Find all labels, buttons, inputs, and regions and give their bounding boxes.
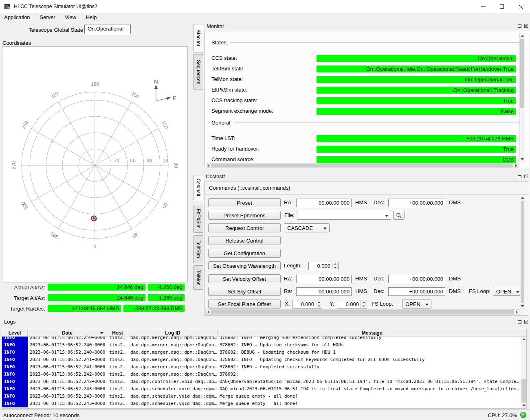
logs-float-button[interactable] xyxy=(517,319,523,325)
sky-ra-input[interactable]: 00:00:00.000 xyxy=(296,287,352,296)
table-row[interactable]: INFO2023-06-01T15:06:52.243+0000tins2…da… xyxy=(2,393,521,400)
sort-icon xyxy=(100,332,103,334)
general-section-heading: General xyxy=(211,120,521,126)
cpu-usage: CPU: 27.0% xyxy=(488,412,517,418)
commands-hscrollbar[interactable] xyxy=(205,309,519,315)
scrollbar-thumb[interactable] xyxy=(521,379,526,402)
monitor-vscrollbar[interactable] xyxy=(519,33,525,162)
column-header-host[interactable]: Host xyxy=(107,329,128,336)
length-stepper[interactable]: 0.000 xyxy=(308,262,339,270)
segment-exchange-label: Segment exchange mode: xyxy=(211,108,273,114)
minimize-icon xyxy=(481,7,486,7)
table-row[interactable]: INFO2023-06-01T15:06:52.241+0000tins2…da… xyxy=(2,363,521,371)
ccsinsif-float-button[interactable] xyxy=(517,173,523,179)
close-button[interactable] xyxy=(511,0,530,13)
close-icon xyxy=(519,4,523,9)
tab-telmon[interactable]: TelMon xyxy=(193,265,203,290)
dock-close-icon xyxy=(524,24,528,28)
set-focal-plane-offset-button[interactable]: Set Focal Plane Offset xyxy=(208,300,281,308)
release-control-button[interactable]: Release Control xyxy=(208,236,281,245)
preset-ephemeris-button[interactable]: Preset Ephemeris xyxy=(208,211,281,220)
scrollbar-thumb[interactable] xyxy=(211,164,513,167)
velocity-ra-input[interactable]: 00:00:00.000 xyxy=(296,275,352,283)
preset-button[interactable]: Preset xyxy=(208,198,281,207)
ccsinsif-dock-title: CcsInsIf xyxy=(206,173,225,179)
svg-text:10: 10 xyxy=(163,158,168,164)
table-row[interactable]: INFO2023-06-01T15:06:52.242+0000tins2…da… xyxy=(2,371,521,378)
commands-panel: Commands (::ccsinsif::commands) Preset R… xyxy=(205,182,529,316)
tab-telifsim[interactable]: TelIfSim xyxy=(193,235,203,263)
file-combobox[interactable] xyxy=(297,211,391,220)
table-row[interactable]: INFO2023-06-01T15:06:52.241+0000tins2…da… xyxy=(2,356,521,363)
ready-handover-label: Ready for handover: xyxy=(211,146,260,152)
table-row[interactable]: INFO2023-06-01T15:06:52.243+0000tins2…da… xyxy=(2,385,521,393)
tab-eltpksim[interactable]: EltPkSim xyxy=(193,205,203,233)
request-control-button[interactable]: Request Control xyxy=(208,223,281,232)
scrollbar-thumb[interactable] xyxy=(521,201,524,303)
column-header-logid[interactable]: Log ID xyxy=(128,329,218,336)
svg-text:180: 180 xyxy=(91,81,99,87)
column-header-date[interactable]: Date xyxy=(28,329,107,336)
tab-monitor[interactable]: Monitor xyxy=(193,24,203,52)
set-observing-wavelength-button[interactable]: Set Observing Wavelength xyxy=(208,261,281,270)
preset-dec-input[interactable]: +00:00:00.000 xyxy=(388,199,445,207)
table-row[interactable]: INFO2023-06-01T15:06:52.240+0000tins2…da… xyxy=(2,337,521,341)
scrollbar-thumb[interactable] xyxy=(211,310,514,314)
logs-vscrollbar[interactable] xyxy=(521,337,526,408)
scrollbar-thumb[interactable] xyxy=(520,39,524,108)
svg-text:50: 50 xyxy=(130,158,136,164)
logs-table-header: Level Date Host Log ID Message xyxy=(2,329,526,337)
app-icon xyxy=(4,3,11,11)
preset-ra-input[interactable]: 00:00:00.000 xyxy=(296,199,352,207)
sky-dec-input[interactable]: +00:00:00.000 xyxy=(388,287,445,296)
menu-help[interactable]: Help xyxy=(82,13,101,22)
scroll-down-icon xyxy=(521,305,524,307)
menu-server[interactable]: Server xyxy=(35,13,59,22)
spin-down-icon xyxy=(318,306,320,307)
commands-vscrollbar[interactable] xyxy=(520,195,525,309)
global-state-field[interactable]: On:Operational xyxy=(84,24,131,34)
logs-close-button[interactable] xyxy=(523,319,529,325)
svg-text:270: 270 xyxy=(11,161,17,169)
focal-fs-loop-combobox[interactable]: OPEN xyxy=(402,300,431,308)
set-velocity-offset-button[interactable]: Set Velocity Offset xyxy=(208,274,281,283)
minimize-button[interactable] xyxy=(474,0,493,13)
cell-message: 378602: INFO - Updating checkum keywords… xyxy=(218,356,519,363)
cell-host: tins2… xyxy=(107,363,128,371)
velocity-dec-input[interactable]: +00:00:00.000 xyxy=(388,275,445,283)
file-browse-button[interactable] xyxy=(393,211,405,220)
set-sky-offset-button[interactable]: Set Sky Offset xyxy=(208,287,281,296)
dock-close-icon xyxy=(524,320,528,324)
table-row[interactable]: INFO2023-06-01T15:06:52.240+0000tins2…da… xyxy=(2,349,521,356)
monitor-dock-title: Monitor xyxy=(207,23,224,29)
spin-up-icon xyxy=(318,302,320,303)
table-row[interactable]: INFO2023-06-01T15:06:52.240+0000tins2…da… xyxy=(2,341,521,349)
y-stepper[interactable]: 0.000 xyxy=(337,300,367,308)
cell-message: 378602: INFO - Completed successfully xyxy=(218,363,519,371)
ccs-tracking-label: CCS tracking state: xyxy=(211,97,257,103)
dock-close-icon xyxy=(524,175,528,178)
maximize-button[interactable] xyxy=(493,0,511,13)
monitor-float-button[interactable] xyxy=(517,23,523,29)
get-configuration-button[interactable]: Get Configuration xyxy=(208,249,281,258)
tab-sequences[interactable]: Sequences xyxy=(193,54,203,90)
cascade-combobox[interactable]: CASCADE xyxy=(284,223,330,232)
cell-level: INFO xyxy=(2,385,28,393)
column-header-level[interactable]: Level xyxy=(2,329,28,336)
column-header-message[interactable]: Message xyxy=(218,329,526,336)
x-stepper[interactable]: 0.000 xyxy=(292,300,322,308)
table-row[interactable]: INFO2023-06-01T15:06:52.243+0000tins2…da… xyxy=(2,400,521,407)
request-control-row: Request Control CASCADE xyxy=(205,223,522,233)
svg-text:90: 90 xyxy=(173,162,179,168)
telifsim-state-value: On::Operational::Idle;On::Operational:Re… xyxy=(317,66,516,72)
ccsinsif-close-button[interactable] xyxy=(523,173,529,179)
tab-ccsinsif[interactable]: CcsInsIf xyxy=(193,175,203,200)
menu-application[interactable]: Application xyxy=(0,13,34,22)
table-row[interactable]: INFO2023-06-01T15:06:52.242+0000tins2…da… xyxy=(2,378,521,385)
cell-log_id: daq.dpm.scheduler.void daq::dpm… xyxy=(128,393,218,400)
sky-fs-loop-combobox[interactable]: OPEN xyxy=(493,287,522,296)
monitor-close-button[interactable] xyxy=(523,23,529,29)
monitor-hscrollbar[interactable] xyxy=(206,163,519,168)
menu-view[interactable]: View xyxy=(61,13,80,22)
target-radec-label: Target Ra/Dec: xyxy=(0,306,45,312)
